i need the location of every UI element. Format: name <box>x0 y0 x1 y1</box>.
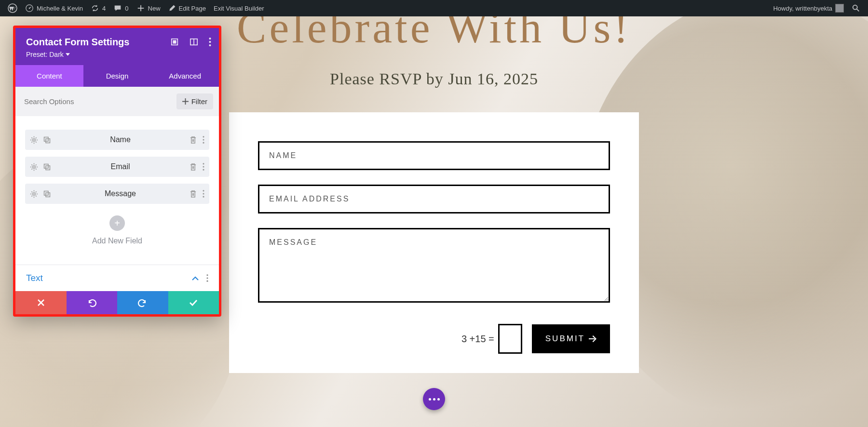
field-label: Name <box>51 135 190 144</box>
search-row: Filter <box>15 87 219 116</box>
snap-icon[interactable] <box>190 38 198 46</box>
check-icon <box>189 299 198 306</box>
new-link[interactable]: New <box>133 0 164 16</box>
svg-rect-17 <box>44 164 49 168</box>
howdy-link[interactable]: Howdy, writtenbyekta <box>769 0 848 16</box>
name-input[interactable] <box>258 141 610 170</box>
svg-point-14 <box>203 139 204 140</box>
svg-rect-12 <box>46 138 50 143</box>
pencil-icon <box>168 4 176 12</box>
modal-tabs: Content Design Advanced <box>15 65 219 87</box>
modal-header[interactable]: Contact Form Settings Preset: Dark <box>15 28 219 65</box>
filter-button[interactable]: Filter <box>176 93 213 109</box>
svg-point-10 <box>33 138 35 141</box>
modal-footer <box>15 291 219 314</box>
comments-link[interactable]: 0 <box>109 0 132 16</box>
duplicate-icon[interactable] <box>43 163 51 171</box>
plus-icon <box>136 4 145 13</box>
duplicate-icon[interactable] <box>43 190 51 198</box>
svg-point-20 <box>203 166 204 167</box>
undo-button[interactable] <box>67 291 118 314</box>
comments-count: 0 <box>125 5 128 12</box>
svg-point-2 <box>29 8 30 9</box>
svg-rect-24 <box>46 192 50 197</box>
undo-icon <box>87 298 96 307</box>
preset-dropdown[interactable]: Preset: Dark <box>26 51 208 58</box>
captcha: 3 +15 = <box>461 324 522 354</box>
expand-icon[interactable] <box>170 38 179 46</box>
svg-point-25 <box>203 190 204 191</box>
email-input[interactable] <box>258 185 610 214</box>
comment-icon <box>113 4 122 13</box>
wp-admin-bar: Michelle & Kevin 4 0 New Edit Page Exit … <box>0 0 868 16</box>
svg-rect-18 <box>46 165 50 170</box>
svg-point-19 <box>203 163 204 164</box>
trash-icon[interactable] <box>190 190 197 198</box>
more-vert-icon[interactable] <box>206 274 208 282</box>
tab-advanced[interactable]: Advanced <box>151 65 219 87</box>
avatar <box>835 4 844 13</box>
text-section-toggle[interactable]: Text <box>15 265 219 291</box>
updates-count: 4 <box>102 5 106 12</box>
svg-point-26 <box>203 193 204 194</box>
svg-point-13 <box>203 136 204 137</box>
field-list: Name Email Message <box>15 116 219 265</box>
redo-icon <box>138 298 148 307</box>
svg-point-27 <box>203 196 204 197</box>
field-label: Message <box>51 189 190 198</box>
wp-logo[interactable] <box>4 0 21 16</box>
add-field-label: Add New Field <box>25 237 209 245</box>
field-row[interactable]: Message <box>25 184 209 204</box>
svg-point-16 <box>33 165 35 168</box>
more-vert-icon[interactable] <box>203 190 204 198</box>
duplicate-icon[interactable] <box>43 136 51 144</box>
arrow-right-icon <box>589 335 597 342</box>
trash-icon[interactable] <box>190 163 197 171</box>
search-options-input[interactable] <box>21 95 176 107</box>
field-row[interactable]: Name <box>25 130 209 150</box>
gear-icon[interactable] <box>30 190 38 198</box>
submit-button[interactable]: SUBMIT <box>532 324 610 353</box>
gear-icon[interactable] <box>30 136 38 144</box>
save-button[interactable] <box>168 291 219 314</box>
trash-icon[interactable] <box>190 136 197 144</box>
refresh-icon <box>91 4 99 13</box>
caret-down-icon <box>66 53 70 56</box>
field-label: Email <box>51 162 190 171</box>
plus-small-icon <box>182 98 189 105</box>
svg-point-9 <box>209 44 211 46</box>
tab-design[interactable]: Design <box>83 65 151 87</box>
svg-rect-11 <box>44 137 49 141</box>
more-icon[interactable] <box>209 38 211 46</box>
site-name: Michelle & Kevin <box>37 5 83 12</box>
exit-builder-link[interactable]: Exit Visual Builder <box>210 0 268 16</box>
dashboard-icon <box>25 4 34 13</box>
svg-point-15 <box>203 142 204 143</box>
close-icon <box>37 299 45 307</box>
svg-point-7 <box>209 38 211 40</box>
field-row[interactable]: Email <box>25 157 209 177</box>
search-toggle[interactable] <box>848 0 864 16</box>
svg-rect-23 <box>44 191 49 195</box>
add-field-button[interactable]: + <box>109 215 125 231</box>
svg-point-28 <box>206 274 208 276</box>
redo-button[interactable] <box>117 291 168 314</box>
updates-link[interactable]: 4 <box>87 0 109 16</box>
more-vert-icon[interactable] <box>203 163 204 171</box>
site-name-link[interactable]: Michelle & Kevin <box>21 0 87 16</box>
add-field-section: + Add New Field <box>25 211 209 260</box>
more-vert-icon[interactable] <box>203 136 204 144</box>
builder-fab[interactable] <box>423 388 445 410</box>
svg-point-30 <box>206 280 208 282</box>
settings-modal: Contact Form Settings Preset: Dark Conte… <box>13 26 221 317</box>
edit-page-link[interactable]: Edit Page <box>164 0 210 16</box>
gear-icon[interactable] <box>30 163 38 171</box>
svg-point-22 <box>33 192 35 195</box>
cancel-button[interactable] <box>15 291 67 314</box>
chevron-up-icon[interactable] <box>192 276 199 280</box>
svg-point-3 <box>853 5 857 10</box>
tab-content[interactable]: Content <box>15 65 83 87</box>
dots-icon <box>429 398 440 400</box>
captcha-input[interactable] <box>498 324 522 354</box>
message-input[interactable] <box>258 228 610 303</box>
